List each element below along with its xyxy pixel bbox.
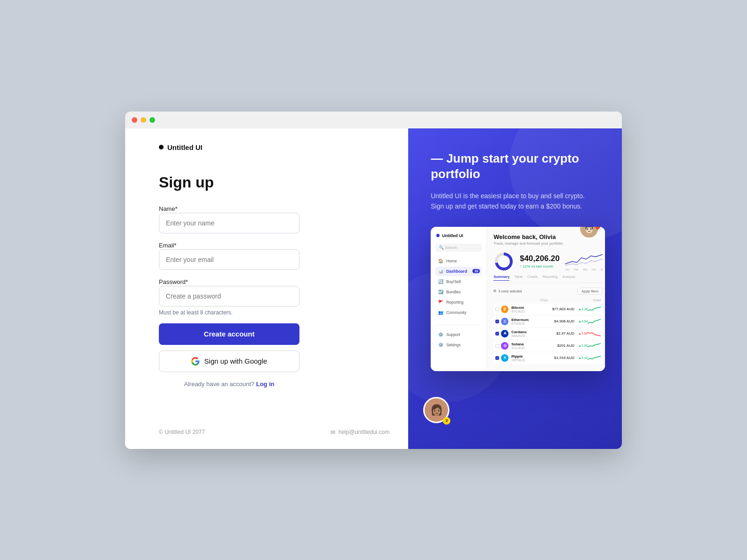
community-icon: 👥	[438, 310, 443, 315]
main-content: Untitled UI Sign up Name* Email* Passwor…	[125, 128, 622, 449]
left-panel: Untitled UI Sign up Name* Email* Passwor…	[125, 128, 408, 449]
mockup-logo-text: Untitled UI	[442, 233, 463, 238]
mail-icon: ✉	[330, 429, 336, 436]
password-input[interactable]	[159, 286, 299, 306]
create-account-button[interactable]: Create account	[159, 323, 299, 345]
cardano-info: Cardano ADA/AUD	[511, 330, 556, 337]
bitcoin-info: Bitcoin BTC/AUD	[511, 306, 552, 313]
right-tagline: — Jump start your crypto portfolio	[431, 151, 605, 183]
column-headers: Price Chart	[493, 299, 603, 302]
solana-checkbox[interactable]	[495, 344, 499, 348]
ethereum-checkbox[interactable]	[495, 320, 499, 323]
name-label: Name*	[159, 205, 178, 212]
name-field-group: Name*	[159, 204, 299, 233]
password-field-group: Password* Must be at least 8 characters.	[159, 277, 299, 316]
portfolio-row: $40,206.20 ↑ 12% vs last month	[493, 251, 603, 272]
nav-settings[interactable]: ⚙️ Settings	[435, 340, 482, 350]
nav-community[interactable]: 👥 Community	[435, 308, 482, 317]
name-input[interactable]	[159, 213, 299, 233]
buysell-icon: 🔄	[438, 279, 443, 284]
nav-dashboard[interactable]: 📊 Dashboard 10	[435, 267, 482, 276]
bundles-icon: ☑️	[438, 290, 443, 294]
nav-home[interactable]: 🏠 Home	[435, 256, 482, 266]
tab-reporting[interactable]: Reporting	[542, 275, 558, 281]
login-link[interactable]: Log in	[256, 381, 274, 388]
solana-info: Solana SOL/AUD	[511, 342, 557, 350]
coin-row-cardano[interactable]: ₳ Cardano ADA/AUD $2.97 AUD ▲5.88	[493, 328, 603, 339]
login-prompt: Already have an account? Log in	[159, 381, 299, 388]
cardano-icon: ₳	[501, 330, 508, 337]
cardano-sparkline	[588, 330, 601, 337]
solana-icon: ◎	[501, 342, 508, 350]
browser-bar	[125, 112, 622, 128]
coin-row-ethereum[interactable]: Ξ Ethereum ETH/AUD $4,908 AUD ▲4.84	[493, 316, 603, 327]
nav-buysell[interactable]: 🔄 Buy/Sell	[435, 277, 482, 286]
google-signup-button[interactable]: Sign up with Google	[159, 351, 299, 372]
footer-email: ✉ help@untitledui.com	[330, 429, 389, 436]
heart-badge: ❤️	[595, 227, 600, 230]
nav-support[interactable]: ⚙️ Support	[435, 330, 482, 339]
solana-sparkline	[588, 343, 601, 349]
coin-row-bitcoin[interactable]: ₿ Bitcoin BTC/AUD $77,803 AUD ▲4.36	[493, 304, 603, 315]
coins-selected-icon: ⊞	[493, 289, 496, 293]
dashboard-mockup: 👩🏽 2 👨🏻 ❤️ Untitled UI	[431, 227, 605, 449]
dashboard-icon: 📊	[438, 269, 443, 274]
avatar-count: 2	[443, 417, 450, 425]
logo-text: Untitled UI	[167, 143, 202, 151]
nav-reporting[interactable]: 🚩 Reporting	[435, 298, 482, 307]
logo-dot	[159, 145, 164, 149]
mockup-sidebar: Untitled UI 🔍 Search 🏠 Home 📊 Dashboard …	[431, 227, 487, 371]
maximize-dot[interactable]	[149, 117, 155, 123]
welcome-subtitle: Track, manage and forecast your portfoli…	[493, 241, 603, 246]
ripple-sparkline	[588, 355, 601, 361]
dashboard-tabs: Summary Table Charts Reporting Analysis	[493, 275, 603, 283]
coin-row-solana[interactable]: ◎ Solana SOL/AUD $201 AUD ▲2.90	[493, 340, 603, 351]
ripple-info: Ripple XRP/AUD	[511, 354, 554, 362]
ethereum-icon: Ξ	[501, 318, 508, 325]
signup-title: Sign up	[159, 174, 299, 191]
mockup-logo: Untitled UI	[435, 233, 482, 238]
google-btn-label: Sign up with Google	[204, 357, 267, 365]
ripple-checkbox[interactable]	[495, 356, 499, 360]
cardano-checkbox[interactable]	[495, 332, 499, 336]
close-dot[interactable]	[132, 117, 137, 123]
tab-charts[interactable]: Charts	[527, 275, 538, 281]
coins-selected: ⊞ 3 coins selected	[493, 289, 522, 293]
apply-filters-button[interactable]: Apply filters	[577, 288, 603, 295]
tab-summary[interactable]: Summary	[493, 275, 509, 281]
email-input[interactable]	[159, 249, 299, 270]
mockup-inner: Untitled UI 🔍 Search 🏠 Home 📊 Dashboard …	[431, 227, 605, 371]
mockup-main: Welcome back, Olivia Track, manage and f…	[487, 227, 605, 371]
nav-bundles[interactable]: ☑️ Bundles	[435, 287, 482, 297]
tab-table[interactable]: Table	[514, 275, 523, 281]
signup-form: Sign up Name* Email* Password* Must be a…	[159, 174, 299, 414]
password-hint: Must be at least 8 characters.	[159, 309, 299, 316]
sidebar-bottom: ⚙️ Support ⚙️ Settings	[435, 325, 482, 350]
footer-copyright: © Untitled UI 2077	[159, 429, 205, 435]
logo-area: Untitled UI	[159, 143, 389, 151]
filter-row: ⊞ 3 coins selected Apply filters	[493, 288, 603, 295]
footer: © Untitled UI 2077 ✉ help@untitledui.com	[159, 414, 389, 436]
bitcoin-checkbox[interactable]	[495, 307, 499, 311]
portfolio-value: $40,206.20 ↑ 12% vs last month	[520, 254, 560, 269]
password-label: Password*	[159, 278, 188, 285]
browser-window: Untitled UI Sign up Name* Email* Passwor…	[125, 112, 622, 449]
mockup-card: 👨🏻 ❤️ Untitled UI 🔍 Search �	[431, 227, 605, 371]
reporting-icon: 🚩	[438, 300, 443, 305]
support-icon: ⚙️	[438, 332, 443, 337]
google-icon	[191, 357, 200, 366]
minimize-dot[interactable]	[141, 117, 146, 123]
coin-row-ripple[interactable]: ✕ Ripple XRP/AUD $1,516 AUD ▲2.42	[493, 352, 603, 364]
bitcoin-icon: ₿	[501, 306, 508, 313]
mockup-search: 🔍 Search	[435, 244, 482, 252]
email-field-group: Email*	[159, 241, 299, 270]
tab-analysis[interactable]: Analysis	[562, 275, 575, 281]
home-icon: 🏠	[438, 259, 443, 263]
mockup-logo-dot	[436, 234, 440, 237]
dashboard-badge: 10	[472, 269, 480, 273]
bitcoin-sparkline	[588, 306, 601, 313]
donut-chart	[493, 251, 514, 272]
ripple-icon: ✕	[501, 354, 508, 362]
portfolio-sparkline: JanFebMarAprM	[565, 252, 603, 271]
ethereum-info: Ethereum ETH/AUD	[511, 318, 554, 325]
